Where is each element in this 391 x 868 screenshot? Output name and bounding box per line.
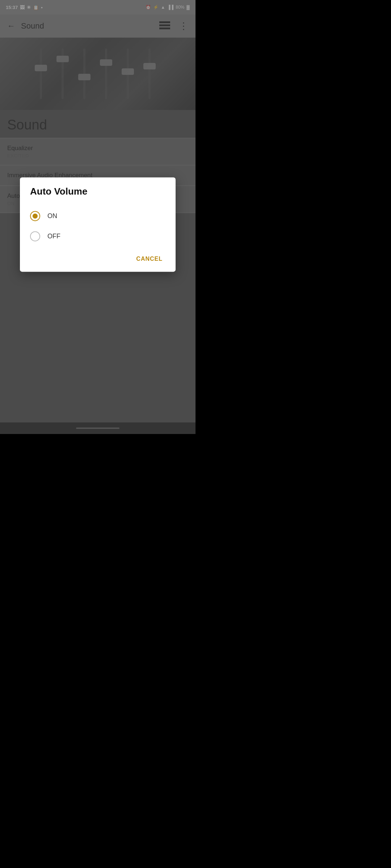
dialog-actions: CANCEL	[20, 246, 176, 269]
auto-volume-dialog: Auto Volume ON OFF CANCEL	[20, 177, 176, 272]
dialog-title: Auto Volume	[20, 186, 176, 206]
radio-on-fill	[33, 213, 38, 218]
option-on-label: ON	[47, 212, 57, 220]
option-off[interactable]: OFF	[20, 226, 176, 246]
radio-off[interactable]	[30, 231, 40, 241]
option-off-label: OFF	[47, 233, 60, 240]
cancel-button[interactable]: CANCEL	[130, 252, 168, 266]
radio-on[interactable]	[30, 211, 40, 221]
option-on[interactable]: ON	[20, 206, 176, 226]
